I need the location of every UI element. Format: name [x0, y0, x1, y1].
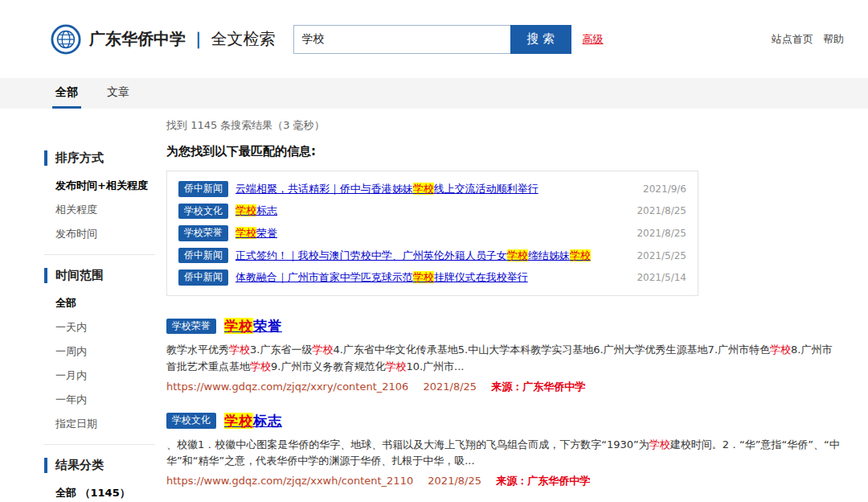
time-range-custom[interactable]: 指定日期 [44, 412, 155, 436]
category-all[interactable]: 全部 （1145） [44, 481, 155, 502]
title-separator: ｜ [190, 29, 207, 48]
highlighted-keyword: 学校 [770, 344, 791, 356]
highlighted-keyword: 学校 [385, 360, 406, 372]
highlighted-keyword: 学校 [312, 344, 333, 356]
search-results-page: 广东华侨中学｜全文检索 搜 索 高级 站点首页 帮助 全部 文章 排序方式 发布… [0, 0, 868, 502]
time-range-all[interactable]: 全部 [44, 291, 155, 315]
sort-section-title: 排序方式 [44, 150, 155, 166]
highlighted-keyword: 学校 [224, 318, 253, 334]
highlighted-keyword: 学校 [413, 183, 434, 195]
highlighted-keyword: 学校 [235, 204, 256, 216]
best-match-link[interactable]: 学校标志 [235, 204, 277, 218]
search-result: 学校文化 学校标志 、校徽1．校徽中心图案是华侨的华字、地球、书籍以及大海上飞翔… [166, 412, 840, 489]
category-badge: 学校文化 [178, 204, 228, 220]
result-title-link[interactable]: 学校荣誉 [224, 317, 282, 335]
result-date: 2021/8/25 [428, 475, 481, 487]
highlighted-keyword: 学校 [229, 344, 250, 356]
content: 排序方式 发布时间+相关程度 相关程度 发布时间 时间范围 全部 一天内 一周内… [0, 109, 868, 502]
time-range-week[interactable]: 一周内 [44, 339, 155, 364]
time-range-year[interactable]: 一年内 [44, 388, 155, 412]
result-meta: https://www.gdqz.com/zjqz/xxry/content_2… [166, 380, 840, 394]
sort-section: 排序方式 发布时间+相关程度 相关程度 发布时间 [44, 138, 155, 254]
advanced-search-link[interactable]: 高级 [583, 32, 604, 47]
category-badge: 学校荣誉 [166, 319, 216, 335]
result-source: 来源：广东华侨中学 [496, 475, 590, 487]
highlighted-keyword: 学校 [570, 249, 591, 261]
result-snippet: 教学水平优秀学校3.广东省一级学校4.广东省中华文化传承基地5.中山大学本科教学… [166, 342, 840, 376]
result-header: 学校荣誉 学校荣誉 [166, 317, 840, 335]
brand: 广东华侨中学｜全文检索 [51, 24, 276, 55]
result-snippet: 、校徽1．校徽中心图案是华侨的华字、地球、书籍以及大海上飞翔的飞鸟组合而成，下方… [166, 437, 840, 471]
best-match-row: 侨中新闻 正式签约！｜我校与澳门劳校中学、广州英伦外籍人员子女学校缔结姊妹学校 … [178, 245, 686, 267]
search-button[interactable]: 搜 索 [510, 25, 571, 54]
best-match-date: 2021/5/25 [627, 250, 686, 261]
time-range-day[interactable]: 一天内 [44, 315, 155, 339]
best-match-row: 侨中新闻 云端相聚，共话精彩｜侨中与香港姊妹学校线上交流活动顺利举行 2021/… [178, 178, 686, 200]
tab-bar: 全部 文章 [0, 78, 868, 109]
best-match-date: 2021/5/14 [627, 272, 686, 283]
result-url: https://www.gdqz.com/zjqz/xxry/content_2… [166, 381, 408, 393]
result-date: 2021/8/25 [423, 381, 477, 393]
best-match-link[interactable]: 学校荣誉 [235, 226, 277, 241]
category-section: 结果分类 全部 （1145） 文章 （1145） [44, 444, 155, 502]
category-badge: 侨中新闻 [178, 248, 228, 264]
result-header: 学校文化 学校标志 [166, 412, 840, 430]
best-match-row: 学校文化 学校标志 2021/8/25 [178, 200, 686, 223]
sort-option-time[interactable]: 发布时间 [44, 222, 155, 246]
highlighted-keyword: 学校 [250, 360, 271, 372]
site-name: 广东华侨中学 [89, 29, 186, 48]
result-url: https://www.gdqz.com/zjqz/xxwh/content_2… [166, 475, 413, 487]
best-match-date: 2021/8/25 [627, 228, 686, 239]
category-badge: 学校文化 [166, 413, 216, 429]
site-home-link[interactable]: 站点首页 [772, 32, 813, 47]
highlighted-keyword: 学校 [649, 438, 670, 451]
school-globe-logo-icon [51, 24, 81, 55]
time-range-section-title: 时间范围 [44, 268, 155, 283]
sort-option-relevance[interactable]: 相关程度 [44, 198, 155, 222]
best-match-date: 2021/9/6 [633, 183, 686, 195]
help-link[interactable]: 帮助 [823, 32, 844, 47]
best-match-link[interactable]: 正式签约！｜我校与澳门劳校中学、广州英伦外籍人员子女学校缔结姊妹学校 [235, 249, 591, 263]
category-badge: 侨中新闻 [178, 270, 228, 286]
highlighted-keyword: 学校 [235, 227, 256, 239]
best-match-row: 侨中新闻 体教融合｜广州市首家中学匹克球示范学校挂牌仪式在我校举行 2021/5… [178, 266, 686, 289]
time-range-month[interactable]: 一月内 [44, 364, 155, 388]
time-range-section: 时间范围 全部 一天内 一周内 一月内 一年内 指定日期 [44, 254, 155, 444]
best-match-row: 学校荣誉 学校荣誉 2021/8/25 [178, 222, 686, 245]
search-result: 学校荣誉 学校荣誉 教学水平优秀学校3.广东省一级学校4.广东省中华文化传承基地… [166, 317, 840, 394]
category-badge: 侨中新闻 [178, 181, 228, 197]
highlighted-keyword: 学校 [413, 271, 434, 283]
best-match-box: 侨中新闻 云端相聚，共话精彩｜侨中与香港姊妹学校线上交流活动顺利举行 2021/… [166, 171, 698, 296]
top-links: 站点首页 帮助 [772, 32, 844, 47]
best-match-heading: 为您找到以下最匹配的信息: [166, 144, 840, 159]
main-results: 找到 1145 条搜索结果（3 毫秒） 为您找到以下最匹配的信息: 侨中新闻 云… [166, 109, 840, 502]
search-bar: 搜 索 高级 [293, 25, 604, 54]
search-input[interactable] [293, 25, 510, 54]
result-title-link[interactable]: 学校标志 [224, 412, 282, 430]
best-match-link[interactable]: 体教融合｜广州市首家中学匹克球示范学校挂牌仪式在我校举行 [235, 270, 528, 285]
app-name: 全文检索 [211, 29, 276, 48]
highlighted-keyword: 学校 [507, 249, 528, 261]
tab-all[interactable]: 全部 [52, 78, 81, 109]
results-summary: 找到 1145 条搜索结果（3 毫秒） [166, 118, 840, 133]
best-match-link[interactable]: 云端相聚，共话精彩｜侨中与香港姊妹学校线上交流活动顺利举行 [235, 182, 538, 196]
category-badge: 学校荣誉 [178, 225, 228, 241]
category-section-title: 结果分类 [44, 458, 155, 473]
sidebar: 排序方式 发布时间+相关程度 相关程度 发布时间 时间范围 全部 一天内 一周内… [44, 109, 155, 502]
result-meta: https://www.gdqz.com/zjqz/xxwh/content_2… [166, 474, 840, 488]
best-match-date: 2021/8/25 [627, 205, 686, 216]
sort-option-time-relevance[interactable]: 发布时间+相关程度 [44, 174, 155, 198]
result-source: 来源：广东华侨中学 [491, 381, 585, 393]
highlighted-keyword: 学校 [224, 413, 253, 429]
site-title: 广东华侨中学｜全文检索 [89, 28, 276, 50]
header: 广东华侨中学｜全文检索 搜 索 高级 站点首页 帮助 [0, 0, 868, 78]
tab-article[interactable]: 文章 [104, 78, 133, 109]
